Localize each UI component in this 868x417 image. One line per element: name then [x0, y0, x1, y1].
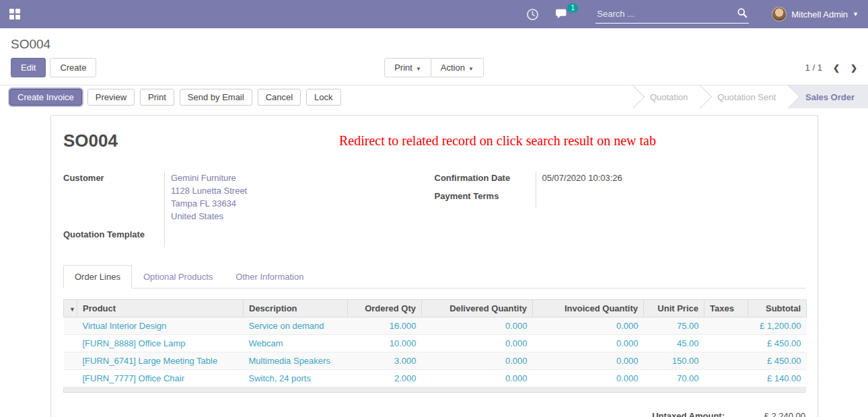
customer-name[interactable]: Gemini Furniture	[171, 172, 419, 184]
untaxed-amount-label: Untaxed Amount:	[652, 411, 725, 417]
messages-chat-icon[interactable]: 1	[555, 8, 570, 20]
tab-order-lines[interactable]: Order Lines	[63, 265, 132, 289]
cell-product[interactable]: [FURN_8888] Office Lamp	[77, 335, 244, 352]
confirmation-date-value: 05/07/2020 10:03:26	[536, 172, 791, 190]
navbar-right-group: 1 Mitchell Admin ▼	[518, 5, 859, 24]
status-quotation-sent[interactable]: Quotation Sent	[700, 85, 788, 108]
action-buttons-group: Print▼ Action▼	[384, 58, 484, 77]
avatar	[772, 7, 787, 22]
edit-button[interactable]: Edit	[11, 58, 46, 77]
col-header-delivered-quantity[interactable]: Delivered Quantity	[422, 300, 533, 317]
cell-delivered-quantity[interactable]: 0.000	[422, 317, 533, 335]
customer-value[interactable]: Gemini Furniture 1128 Lunetta Street Tam…	[164, 172, 419, 228]
table-row[interactable]: Virtual Interior Design Service on deman…	[64, 317, 807, 335]
cell-ordered-qty[interactable]: 10.000	[348, 335, 422, 352]
col-header-product[interactable]: Product	[77, 300, 244, 317]
table-footer-bar	[63, 387, 805, 393]
optional-columns-toggle-icon[interactable]: ▼	[69, 306, 75, 313]
cell-invoiced-quantity[interactable]: 0.000	[533, 335, 644, 352]
print-dropdown[interactable]: Print▼	[384, 58, 431, 77]
global-search	[595, 5, 749, 24]
cancel-button[interactable]: Cancel	[258, 89, 301, 106]
form-left-column: Customer Gemini Furniture 1128 Lunetta S…	[63, 172, 435, 246]
col-header-subtotal[interactable]: Subtotal	[748, 300, 807, 317]
cell-description[interactable]: Multimedia Speakers	[244, 352, 348, 370]
activities-clock-icon[interactable]	[526, 8, 539, 21]
caret-down-icon: ▼	[853, 11, 859, 17]
quotation-template-label: Quotation Template	[63, 228, 164, 246]
table-row[interactable]: [FURN_7777] Office Chair Switch, 24 port…	[64, 370, 807, 387]
search-icon[interactable]	[737, 7, 748, 21]
payment-terms-value[interactable]	[536, 190, 791, 208]
cell-ordered-qty[interactable]: 3.000	[348, 352, 422, 370]
send-by-email-button[interactable]: Send by Email	[180, 89, 252, 106]
create-invoice-button[interactable]: Create Invoice	[9, 89, 82, 106]
control-panel-buttons: Edit Create Print▼ Action▼ 1 / 1 ❮ ❯	[0, 52, 868, 85]
cell-ordered-qty[interactable]: 2.000	[348, 370, 422, 387]
pager-previous-icon[interactable]: ❮	[833, 63, 840, 73]
cell-product[interactable]: [FURN_7777] Office Chair	[77, 370, 244, 387]
cell-unit-price[interactable]: 70.00	[644, 370, 704, 387]
col-header-ordered-qty[interactable]: Ordered Qty	[348, 300, 422, 317]
lock-button[interactable]: Lock	[306, 89, 340, 106]
notebook-tabs: Order Lines Optional Products Other Info…	[63, 265, 805, 289]
customer-street: 1128 Lunetta Street	[171, 184, 419, 197]
cell-subtotal[interactable]: £ 450.00	[748, 352, 807, 370]
confirmation-date-label: Confirmation Date	[435, 172, 536, 190]
record-buttons: Edit Create	[11, 58, 96, 77]
cell-product[interactable]: Virtual Interior Design	[77, 317, 244, 335]
user-name: Mitchell Admin	[791, 9, 848, 20]
cell-unit-price[interactable]: 75.00	[644, 317, 704, 335]
tab-optional-products[interactable]: Optional Products	[132, 265, 224, 289]
cell-taxes[interactable]	[704, 352, 748, 370]
totals-section: Untaxed Amount: £ 2,240.00	[63, 411, 805, 417]
cell-product[interactable]: [FURN_6741] Large Meeting Table	[77, 352, 244, 370]
create-button[interactable]: Create	[50, 58, 96, 77]
action-dropdown[interactable]: Action▼	[431, 58, 484, 77]
cell-taxes[interactable]	[704, 370, 748, 387]
table-row[interactable]: [FURN_6741] Large Meeting Table Multimed…	[64, 352, 807, 370]
cell-invoiced-quantity[interactable]: 0.000	[533, 352, 644, 370]
form-right-column: Confirmation Date 05/07/2020 10:03:26 Pa…	[435, 172, 806, 246]
cell-unit-price[interactable]: 45.00	[644, 335, 704, 352]
cell-subtotal[interactable]: £ 140.00	[748, 370, 807, 387]
cell-description[interactable]: Switch, 24 ports	[244, 370, 348, 387]
cell-subtotal[interactable]: £ 450.00	[748, 335, 807, 352]
quotation-template-value[interactable]	[164, 228, 419, 246]
col-header-invoiced-quantity[interactable]: Invoiced Quantity	[533, 300, 644, 317]
cell-unit-price[interactable]: 150.00	[644, 352, 704, 370]
print-button[interactable]: Print	[140, 89, 174, 106]
table-row[interactable]: [FURN_8888] Office Lamp Webcam 10.000 0.…	[64, 335, 807, 352]
col-header-description[interactable]: Description	[244, 300, 348, 317]
cell-description[interactable]: Webcam	[244, 335, 348, 352]
status-lead-separator	[627, 85, 632, 108]
cell-description[interactable]: Service on demand	[244, 317, 348, 335]
apps-grid-icon[interactable]	[9, 9, 20, 20]
form-fields: Customer Gemini Furniture 1128 Lunetta S…	[63, 172, 805, 246]
annotation-text: Redirect to related record on click sear…	[339, 133, 656, 149]
statusbar: Create Invoice Preview Print Send by Ema…	[0, 85, 868, 108]
search-input[interactable]	[597, 9, 737, 19]
preview-button[interactable]: Preview	[87, 89, 135, 106]
col-header-taxes[interactable]: Taxes	[704, 300, 748, 317]
form-sheet: SO004 Redirect to related record on clic…	[50, 115, 818, 417]
cell-invoiced-quantity[interactable]: 0.000	[533, 370, 644, 387]
customer-country: United States	[171, 210, 419, 223]
cell-ordered-qty[interactable]: 16.000	[348, 317, 422, 335]
customer-label: Customer	[63, 172, 164, 228]
cell-delivered-quantity[interactable]: 0.000	[422, 352, 533, 370]
tab-other-information[interactable]: Other Information	[224, 265, 315, 289]
pager-next-icon[interactable]: ❯	[851, 63, 857, 73]
cell-taxes[interactable]	[704, 317, 748, 335]
user-menu[interactable]: Mitchell Admin ▼	[762, 7, 859, 22]
col-header-unit-price[interactable]: Unit Price	[644, 300, 704, 317]
statusbar-buttons: Create Invoice Preview Print Send by Ema…	[0, 85, 627, 108]
cell-delivered-quantity[interactable]: 0.000	[422, 370, 533, 387]
caret-down-icon: ▼	[468, 66, 474, 72]
untaxed-amount-value: £ 2,240.00	[725, 411, 805, 417]
caret-down-icon: ▼	[416, 66, 421, 72]
cell-invoiced-quantity[interactable]: 0.000	[533, 317, 644, 335]
cell-taxes[interactable]	[704, 335, 748, 352]
cell-delivered-quantity[interactable]: 0.000	[422, 335, 533, 352]
cell-subtotal[interactable]: £ 1,200.00	[748, 317, 807, 335]
